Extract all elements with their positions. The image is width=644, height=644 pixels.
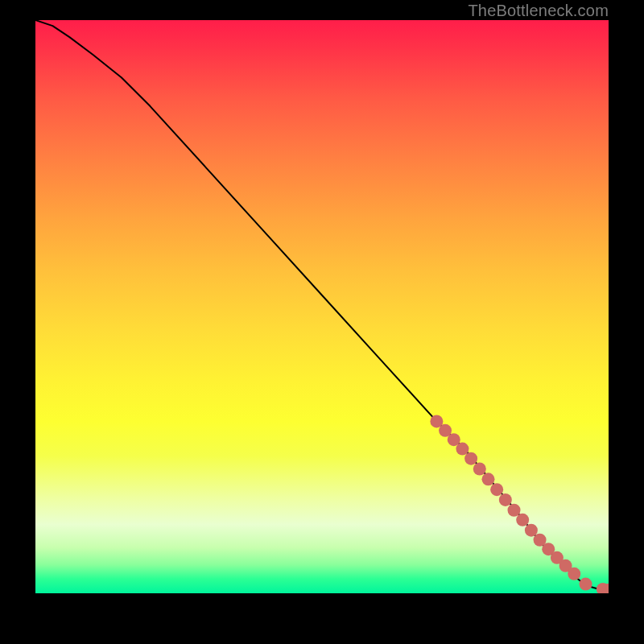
watermark-label: TheBottleneck.com (468, 2, 609, 20)
chart-stage: TheBottleneck.com (0, 0, 644, 644)
plot-background (35, 20, 609, 593)
